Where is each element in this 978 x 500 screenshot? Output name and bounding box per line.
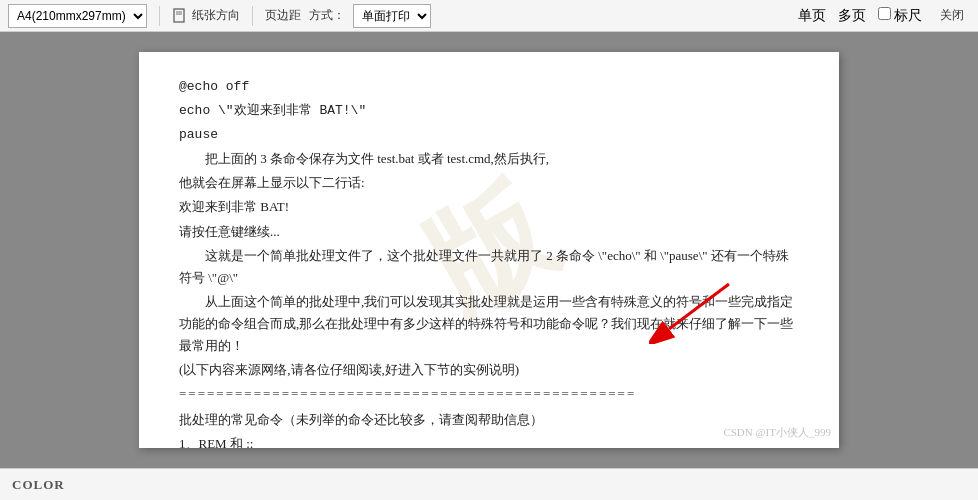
margin-item: 页边距	[265, 7, 301, 24]
document-page: 版 @echo off echo \"欢迎来到非常 BAT!\" pause 把…	[139, 52, 839, 448]
content-note: (以下内容来源网络,请各位仔细阅读,好进入下节的实例说明)	[179, 359, 799, 381]
content-line-press: 请按任意键继续...	[179, 221, 799, 243]
ruler-label: 标尺	[878, 7, 923, 25]
page-content: @echo off echo \"欢迎来到非常 BAT!\" pause 把上面…	[179, 76, 799, 448]
page-area: 版 @echo off echo \"欢迎来到非常 BAT!\" pause 把…	[0, 32, 978, 468]
toolbar-right: 单页 多页 标尺 关闭	[798, 5, 971, 26]
ruler-checkbox[interactable]	[878, 7, 891, 20]
content-line-save: 把上面的 3 条命令保存为文件 test.bat 或者 test.cmd,然后执…	[179, 148, 799, 170]
separator-2	[252, 6, 253, 26]
method-item: 方式：	[309, 7, 345, 24]
list-item-1: 1、REM 和 ::	[179, 433, 799, 448]
content-line-pause: pause	[179, 124, 799, 146]
close-button[interactable]: 关闭	[934, 5, 970, 26]
orientation-item: 纸张方向	[172, 7, 240, 24]
method-label: 方式：	[309, 7, 345, 24]
logo-watermark: CSDN @IT小侠人_999	[723, 425, 831, 440]
content-section-title: 批处理的常见命令（未列举的命令还比较多，请查阅帮助信息）	[179, 409, 799, 431]
statusbar: COLOR	[0, 468, 978, 500]
content-line-echooff: @echo off	[179, 76, 799, 98]
content-line-echowelcome: echo \"欢迎来到非常 BAT!\"	[179, 100, 799, 122]
orientation-label: 纸张方向	[192, 7, 240, 24]
single-page-label: 单页	[798, 7, 826, 25]
toolbar: A4(210mmx297mm) 纸张方向 页边距 方式： 单面打印 单页 多页 …	[0, 0, 978, 32]
orientation-icon	[172, 8, 188, 24]
method-select[interactable]: 单面打印	[353, 4, 431, 28]
content-line-display: 他就会在屏幕上显示以下二行话:	[179, 172, 799, 194]
margin-label: 页边距	[265, 7, 301, 24]
svg-line-4	[669, 284, 729, 329]
multi-page-label: 多页	[838, 7, 866, 25]
red-arrow	[649, 274, 739, 348]
content-line-welcome: 欢迎来到非常 BAT!	[179, 196, 799, 218]
content-separator: ========================================…	[179, 383, 799, 405]
status-color-label: COLOR	[12, 477, 65, 493]
separator-1	[159, 6, 160, 26]
paper-size-select[interactable]: A4(210mmx297mm)	[8, 4, 147, 28]
svg-rect-0	[174, 9, 184, 22]
